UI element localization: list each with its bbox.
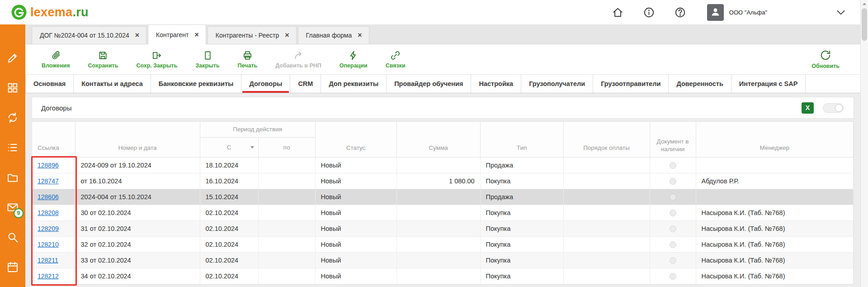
doc-tab[interactable]: Контрагент×: [148, 24, 206, 44]
cell-sum: [396, 220, 480, 236]
scrollbar-thumb[interactable]: [862, 8, 867, 41]
col-header-number[interactable]: Номер и дата: [75, 122, 200, 157]
col-header-to[interactable]: по: [258, 137, 315, 157]
doc-tab[interactable]: ДОГ №2024-004 от 15.10.2024×: [32, 26, 146, 44]
cell-doc: [650, 220, 696, 236]
subtab[interactable]: Контакты и адреса: [74, 75, 151, 93]
doc-checkbox[interactable]: [670, 273, 676, 280]
sidebar-item-list[interactable]: [6, 141, 19, 154]
table-row[interactable]: 12821234 от 02.10.202402.10.2024НовыйПок…: [32, 268, 854, 284]
subtab[interactable]: Грузоотправители: [593, 75, 669, 93]
sidebar-item-pencil[interactable]: [6, 52, 19, 64]
tab-close-icon[interactable]: ×: [135, 32, 139, 39]
subtab[interactable]: Настройка: [471, 75, 521, 93]
contract-link[interactable]: 128606: [38, 193, 59, 201]
subtab[interactable]: Договоры: [241, 75, 290, 93]
col-header-sum[interactable]: Сумма: [396, 122, 480, 157]
contract-link[interactable]: 128210: [38, 241, 59, 248]
contract-link[interactable]: 128747: [38, 177, 59, 185]
toolbar-button[interactable]: Вложения: [42, 50, 70, 69]
table-row[interactable]: 12820830 от 02.10.202402.10.2024НовыйПок…: [32, 205, 854, 220]
toolbar-button[interactable]: Закрыть: [195, 50, 219, 69]
doc-checkbox[interactable]: [670, 257, 676, 264]
col-header-type[interactable]: Тип: [480, 122, 563, 157]
tab-close-icon[interactable]: ×: [285, 32, 289, 39]
sidebar-item-calendar[interactable]: [6, 261, 19, 273]
doc-checkbox[interactable]: [670, 241, 676, 248]
subtab-label: Грузоотправители: [601, 80, 660, 87]
cell-manager: Насырова К.И. (Таб. №768): [696, 252, 853, 268]
contract-link[interactable]: 128896: [38, 162, 59, 169]
subtab[interactable]: Доверенность: [669, 75, 731, 93]
subtab-bar: ОсновнаяКонтакты и адресаБанковские рекв…: [25, 75, 860, 93]
table-row[interactable]: 1286062024-004 от 15.10.202415.10.2024Но…: [32, 189, 854, 205]
help-icon[interactable]: [674, 6, 686, 19]
toolbar-button-label: Вложения: [42, 62, 70, 69]
panel-toggle[interactable]: [823, 103, 844, 113]
cell-status: Новый: [315, 173, 396, 189]
sidebar-item-mail[interactable]: 9: [6, 201, 19, 214]
cell-doc: [650, 236, 696, 252]
sidebar-item-sync[interactable]: [6, 111, 19, 124]
sidebar-item-search[interactable]: [6, 231, 19, 244]
toolbar-button[interactable]: Сохр. Закрыть: [136, 50, 177, 69]
doc-checkbox[interactable]: [670, 178, 676, 185]
toolbar-button[interactable]: Сохранить: [88, 50, 118, 69]
doc-tab[interactable]: Главная форма×: [298, 26, 369, 44]
cell-to: [258, 205, 315, 220]
contract-link[interactable]: 128209: [38, 225, 59, 232]
col-header-link[interactable]: Ссылка: [32, 122, 75, 157]
toolbar-button[interactable]: Операции: [340, 50, 368, 69]
subtab[interactable]: Интеграция с SAP: [731, 75, 806, 93]
sort-caret-icon[interactable]: [250, 146, 254, 148]
cell-manager: Насырова К.И. (Таб. №768): [696, 268, 853, 284]
close-doc-icon: [203, 50, 213, 61]
scrollbar-up-icon[interactable]: [861, 0, 868, 7]
doc-checkbox[interactable]: [670, 225, 676, 232]
doc-checkbox[interactable]: [670, 210, 676, 216]
col-header-payment[interactable]: Порядок оплаты: [563, 122, 650, 157]
cell-type: Продажа: [480, 157, 563, 173]
refresh-button[interactable]: Обновить: [811, 49, 840, 69]
cell-number: 33 от 02.10.2024: [75, 252, 200, 268]
cell-number: 2024-004 от 15.10.2024: [75, 189, 200, 205]
excel-export-button[interactable]: X: [802, 102, 814, 114]
toolbar-button[interactable]: Печать: [238, 50, 258, 69]
subtab[interactable]: CRM: [290, 75, 321, 93]
tab-close-icon[interactable]: ×: [195, 31, 199, 38]
table-row[interactable]: 12821133 от 02.10.202402.10.2024НовыйПок…: [32, 252, 854, 268]
toolbar-button[interactable]: Связки: [386, 50, 406, 69]
col-header-status[interactable]: Статус: [315, 122, 396, 157]
table-row[interactable]: 12820931 от 02.10.202402.10.2024НовыйПок…: [32, 220, 854, 236]
col-header-manager[interactable]: Менеджер: [696, 122, 853, 157]
contract-link[interactable]: 128208: [38, 209, 59, 216]
doc-checkbox[interactable]: [670, 162, 676, 169]
avatar[interactable]: [707, 4, 724, 21]
sidebar-item-folder[interactable]: [6, 171, 19, 184]
tab-close-icon[interactable]: ×: [358, 32, 362, 39]
table-row[interactable]: 12821032 от 02.10.202402.10.2024НовыйПок…: [32, 236, 854, 252]
home-icon[interactable]: [612, 6, 624, 19]
app-root: lexema.ru ООО "Альфа" 9 ДОГ №2024-004 от…: [0, 0, 868, 287]
subtab[interactable]: Банковские реквизиты: [151, 75, 242, 93]
table-row[interactable]: 128747от 16.10.202416.10.2024Новый1 080.…: [32, 173, 854, 189]
cell-type: Продажа: [480, 189, 563, 205]
contract-link[interactable]: 128212: [38, 273, 59, 280]
subtab[interactable]: Основная: [25, 75, 74, 93]
chevron-down-icon[interactable]: [835, 6, 847, 18]
subtab[interactable]: Грузополучатели: [521, 75, 593, 93]
col-header-doc[interactable]: Документ в наличии: [650, 122, 696, 157]
cell-status: Новый: [315, 220, 396, 236]
info-icon[interactable]: [643, 6, 655, 19]
doc-checkbox[interactable]: [670, 194, 676, 201]
subtab[interactable]: Доп реквизиты: [321, 75, 387, 93]
col-header-from[interactable]: С: [200, 137, 258, 157]
doc-tab[interactable]: Контрагенты - Реестр×: [208, 26, 297, 44]
subtab[interactable]: Провайдер обучения: [387, 75, 471, 93]
cell-link: 128209: [32, 220, 75, 236]
cell-doc: [650, 205, 696, 220]
contract-link[interactable]: 128211: [38, 257, 58, 264]
sidebar-item-grid[interactable]: [6, 81, 19, 94]
vertical-scrollbar[interactable]: [860, 0, 868, 287]
table-row[interactable]: 1288962024-009 от 19.10.202418.10.2024Но…: [32, 157, 854, 173]
